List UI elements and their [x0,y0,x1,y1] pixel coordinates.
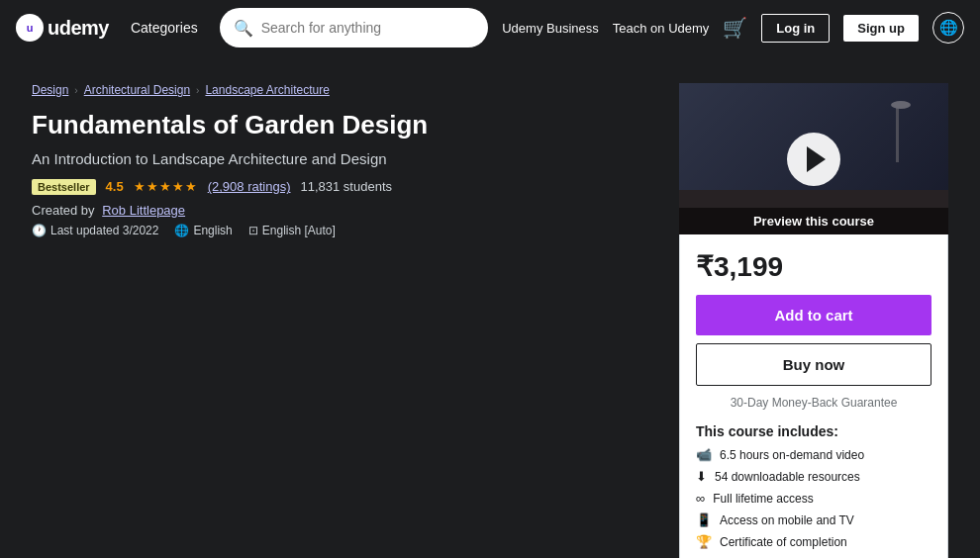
add-to-cart-button[interactable]: Add to cart [696,295,931,335]
includes-item-video: 📹 6.5 hours on-demand video [696,447,931,462]
hero-section: Design › Architectural Design › Landscap… [0,55,980,558]
mobile-text: Access on mobile and TV [720,513,854,527]
includes-item-mobile: 📱 Access on mobile and TV [696,512,931,527]
includes-item-certificate: 🏆 Certificate of completion [696,534,931,549]
login-button[interactable]: Log in [761,14,830,43]
logo[interactable]: u udemy [16,14,109,42]
download-icon: ⬇ [696,469,707,484]
stars-display: ★★★★★ [134,179,198,194]
udemy-business-link[interactable]: Udemy Business [502,21,599,36]
price-display: ₹3,199 [696,250,931,283]
language-item: 🌐 English [174,224,232,237]
download-text: 54 downloadable resources [715,470,860,484]
lifetime-icon: ∞ [696,491,705,506]
search-icon: 🔍 [234,19,253,38]
search-bar: 🔍 [220,8,489,47]
logo-icon: u [16,14,44,42]
cart-icon[interactable]: 🛒 [723,16,747,40]
lifetime-text: Full lifetime access [713,492,813,506]
breadcrumb: Design › Architectural Design › Landscap… [32,83,645,97]
captions-text: English [Auto] [262,224,336,237]
includes-item-download: ⬇ 54 downloadable resources [696,469,931,484]
rating-number: 4.5 [106,179,124,194]
breadcrumb-sep-1: › [74,85,77,96]
video-thumbnail[interactable]: Preview this course [679,83,948,234]
money-back-text: 30-Day Money-Back Guarantee [696,396,931,410]
play-button[interactable] [787,133,840,186]
creator-link[interactable]: Rob Littlepage [102,203,185,218]
course-subtitle: An Introduction to Landscape Architectur… [32,150,645,167]
price-card: ₹3,199 Add to cart Buy now 30-Day Money-… [679,234,948,558]
signup-button[interactable]: Sign up [843,15,919,42]
captions-icon: ⊡ [248,224,258,237]
clock-icon: 🕐 [32,224,47,237]
teach-link[interactable]: Teach on Udemy [613,21,710,36]
includes-list: 📹 6.5 hours on-demand video ⬇ 54 downloa… [696,447,931,549]
course-title: Fundamentals of Garden Design [32,109,645,142]
breadcrumb-design[interactable]: Design [32,83,68,97]
globe-icon: 🌐 [174,224,189,237]
creator-row: Created by Rob Littlepage [32,203,645,218]
breadcrumb-sep-2: › [196,85,199,96]
mobile-icon: 📱 [696,512,712,527]
buy-now-button[interactable]: Buy now [696,343,931,386]
preview-label[interactable]: Preview this course [679,208,948,234]
last-updated-text: Last updated 3/2022 [50,224,158,237]
course-panel: Preview this course ₹3,199 Add to cart B… [679,83,948,558]
breadcrumb-architectural[interactable]: Architectural Design [84,83,190,97]
categories-button[interactable]: Categories [123,16,206,40]
student-count: 11,831 students [301,179,393,194]
badge-row: Bestseller 4.5 ★★★★★ (2,908 ratings) 11,… [32,179,645,195]
search-input[interactable] [261,20,475,36]
language-text: English [193,224,232,237]
hero-content: Design › Architectural Design › Landscap… [32,83,645,237]
logo-text: udemy [48,17,109,40]
header: u udemy Categories 🔍 Udemy Business Teac… [0,0,980,55]
includes-item-lifetime: ∞ Full lifetime access [696,491,931,506]
certificate-text: Certificate of completion [720,535,847,549]
play-triangle [807,146,826,172]
video-icon: 📹 [696,447,712,462]
language-globe-button[interactable]: 🌐 [932,12,964,44]
certificate-icon: 🏆 [696,534,712,549]
last-updated-item: 🕐 Last updated 3/2022 [32,224,158,237]
creator-prefix: Created by [32,203,95,218]
breadcrumb-landscape: Landscape Architecture [205,83,329,97]
captions-item: ⊡ English [Auto] [248,224,336,237]
bestseller-badge: Bestseller [32,179,96,195]
rating-count[interactable]: (2,908 ratings) [208,179,291,194]
meta-row: 🕐 Last updated 3/2022 🌐 English ⊡ Englis… [32,224,645,237]
video-text: 6.5 hours on-demand video [720,448,864,462]
includes-title: This course includes: [696,423,931,439]
